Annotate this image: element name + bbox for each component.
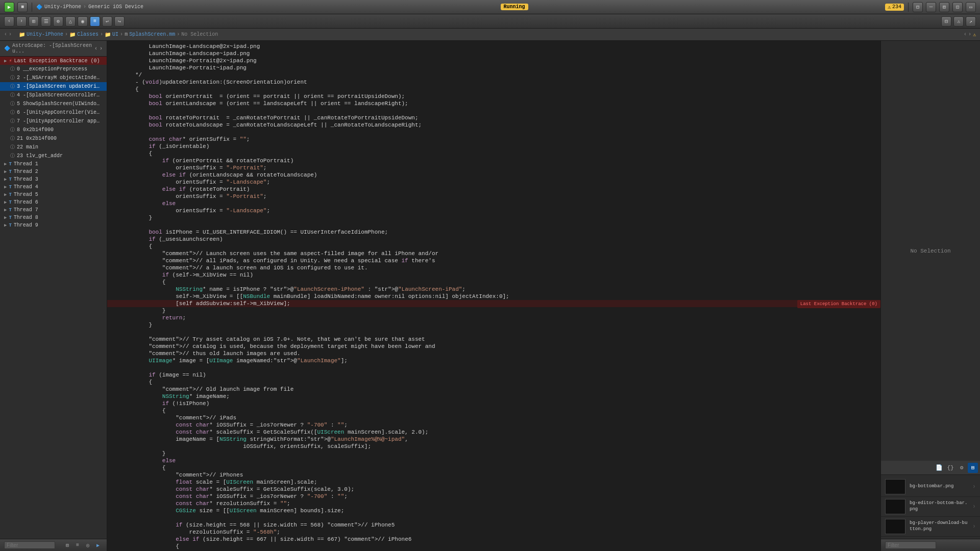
sidebar-item-item-8[interactable]: ⓘ 8 0x2b14f000 [0, 126, 107, 134]
frame-icon: ⓘ [10, 144, 15, 151]
sidebar-debug-btn[interactable]: ▶ [93, 541, 103, 550]
sidebar-icon-1[interactable]: ⊞ [63, 541, 72, 550]
code-line: } [107, 321, 880, 329]
breadcrumb-group2[interactable]: UI [112, 32, 118, 37]
breadcrumb-project[interactable]: Unity-iPhone [27, 32, 63, 37]
line-content-text: if (!isIPhone) [133, 400, 880, 407]
tool-right-1[interactable]: ⊟ [941, 16, 951, 27]
file-expand-arrow[interactable]: › [972, 483, 976, 490]
layout-btn-3[interactable]: ⊞ [939, 2, 949, 12]
tool-1[interactable]: ⊞ [29, 16, 39, 27]
sidebar-item-item-22[interactable]: ⓘ 22 main [0, 143, 107, 152]
right-panel-filter-input[interactable] [885, 541, 936, 549]
run-button[interactable]: ▶ [4, 2, 14, 12]
breadcrumb-right-arrow2[interactable]: › [968, 32, 971, 37]
sidebar-item-last-exception[interactable]: ▶ ⚡ Last Exception Backtrace (0) [0, 57, 107, 65]
second-toolbar: ‹ › ⊞ ☰ ⊕ △ ◉ ≡ ↩ ↪ ⊟ ⚠ ↗ [0, 14, 980, 29]
sidebar-item-item-0[interactable]: ⓘ 0 __exceptionPreprocess [0, 65, 107, 73]
sidebar-bottom-icons: ⊞ ≡ ◎ ▶ [63, 541, 103, 550]
sidebar-icon-3[interactable]: ◎ [83, 541, 92, 550]
stop-button[interactable]: ■ [17, 2, 28, 12]
sidebar-project-title: AstroScape: -[SplashScreen u... [12, 43, 92, 54]
frame-icon: ⓘ [10, 135, 15, 142]
tool-5[interactable]: ◉ [78, 16, 88, 27]
file-icon-btn[interactable]: 📄 [934, 463, 944, 473]
sidebar-item-label: 8 0x2b14f000 [17, 127, 54, 133]
tool-4[interactable]: △ [65, 16, 76, 27]
thread-expand-arrow: ▶ [4, 192, 7, 197]
layout-btn-5[interactable]: ▭ [966, 2, 976, 12]
sidebar-item-thread-8[interactable]: ▶ T Thread 8 [0, 214, 107, 221]
sidebar-item-thread-1[interactable]: ▶ T Thread 1 [0, 160, 107, 168]
file-item[interactable]: bg-player-download-button.png› [881, 517, 980, 537]
sidebar-nav-left[interactable]: ‹ [94, 46, 97, 52]
tool-right-3[interactable]: ↗ [966, 16, 976, 27]
file-item[interactable]: bg-bottombar.png› [881, 477, 980, 497]
tool-right-2[interactable]: ⚠ [953, 16, 964, 27]
sidebar-nav-right[interactable]: › [100, 46, 103, 52]
sidebar-item-item-4[interactable]: ⓘ 4 -[SplashScreenController crea... [0, 91, 107, 99]
sidebar-item-thread-2[interactable]: ▶ T Thread 2 [0, 168, 107, 176]
sidebar-item-thread-9[interactable]: ▶ T Thread 9 [0, 221, 107, 229]
main-content: 🔷 AstroScape: -[SplashScreen u... ‹ › ▶ … [0, 41, 980, 551]
warnings-badge[interactable]: ⚠ 234 [885, 4, 904, 11]
layout-btn-2[interactable]: ↔ [926, 2, 936, 12]
thread-icon: T [9, 169, 11, 174]
code-line: NSString* imageName; [107, 393, 880, 400]
breadcrumb-file[interactable]: SplashScreen.mm [129, 32, 175, 37]
line-content-text: const char* rezolutionSuffix = ""; [133, 500, 880, 507]
code-line [107, 107, 880, 114]
breadcrumb-group1[interactable]: Classes [77, 32, 99, 37]
sidebar-item-thread-3[interactable]: ▶ T Thread 3 [0, 176, 107, 183]
grid-icon-btn[interactable]: ⊞ [968, 463, 978, 473]
sidebar-item-thread-6[interactable]: ▶ T Thread 6 [0, 198, 107, 206]
tool-8[interactable]: ↪ [114, 16, 125, 27]
bracket-icon-btn[interactable]: {} [945, 463, 955, 473]
code-line: if (_isOrientable) [107, 143, 880, 150]
file-expand-arrow[interactable]: › [972, 503, 976, 510]
line-content-text: self->m_XibView = [[NSBundle mainBundle]… [133, 293, 880, 300]
code-line: "comment">// iPhones [107, 471, 880, 479]
frame-icon: ⓘ [10, 118, 15, 124]
no-selection-label: No Selection [910, 248, 950, 254]
sidebar-item-thread-4[interactable]: ▶ T Thread 4 [0, 183, 107, 191]
sidebar-item-item-2[interactable]: ⓘ 2 -[_NSArrayM objectAtIndex:] [0, 73, 107, 82]
sidebar-item-item-5[interactable]: ⓘ 5 ShowSplashScreen(UIWindow*) [0, 99, 107, 108]
gear-icon-btn[interactable]: ⚙ [957, 463, 967, 473]
code-line: "comment">// thus old launch images are … [107, 350, 880, 357]
line-content-text: { [133, 86, 880, 93]
sidebar-item-item-6[interactable]: ⓘ 6 -[UnityAppController(ViewHand... [0, 108, 107, 117]
sidebar-item-thread-7[interactable]: ▶ T Thread 7 [0, 206, 107, 214]
code-line: "comment">// iPads [107, 414, 880, 421]
tool-2[interactable]: ☰ [41, 16, 51, 27]
tool-6[interactable]: ≡ [90, 16, 100, 27]
line-content-text: - (void)updateOrientation:(ScreenOrienta… [133, 79, 880, 86]
breadcrumb-right-arrow[interactable]: ‹ [964, 32, 967, 37]
sidebar-item-label: Thread 6 [14, 199, 38, 205]
code-line: bool rotateToLandscape = _canRotateToLan… [107, 121, 880, 129]
breadcrumb-arrow-right[interactable]: › [9, 32, 12, 37]
sidebar-filter-input[interactable] [4, 541, 55, 549]
code-line: self->m_XibView = [[NSBundle mainBundle]… [107, 293, 880, 300]
sidebar-item-item-21[interactable]: ⓘ 21 0x2b14f000 [0, 134, 107, 143]
sidebar-item-item-3[interactable]: ⓘ 3 -[SplashScreen updateOrientat... [0, 82, 107, 91]
code-editor[interactable]: LaunchImage-Landscape@2x~ipad.png Launch… [107, 41, 880, 551]
tool-7[interactable]: ↩ [102, 16, 112, 27]
line-content-text: if (image == nil) [133, 371, 880, 379]
line-content-text: { [133, 150, 880, 157]
sidebar-item-thread-5[interactable]: ▶ T Thread 5 [0, 191, 107, 198]
sidebar-item-item-23[interactable]: ⓘ 23 tlv_get_addr [0, 152, 107, 160]
scheme-selector[interactable]: 🔷 Unity-iPhone › Generic iOS Device [36, 4, 143, 10]
code-line: "comment">// catalog is used, because th… [107, 343, 880, 350]
line-content-text: "comment">// Old launch image from file [133, 386, 880, 393]
tool-3[interactable]: ⊕ [53, 16, 63, 27]
file-item[interactable]: bg-editor-bottom-bar.png› [881, 497, 980, 517]
layout-btn-1[interactable]: ⊟ [913, 2, 923, 12]
sidebar-icon-2[interactable]: ≡ [73, 541, 82, 550]
nav-back-btn[interactable]: ‹ [4, 16, 14, 27]
breadcrumb-arrow-left[interactable]: ‹ [4, 32, 7, 37]
sidebar-item-item-7[interactable]: ⓘ 7 -[UnityAppController applicati... [0, 117, 107, 126]
nav-fwd-btn[interactable]: › [16, 16, 27, 27]
layout-btn-4[interactable]: ⊡ [952, 2, 963, 12]
file-expand-arrow[interactable]: › [972, 523, 976, 530]
